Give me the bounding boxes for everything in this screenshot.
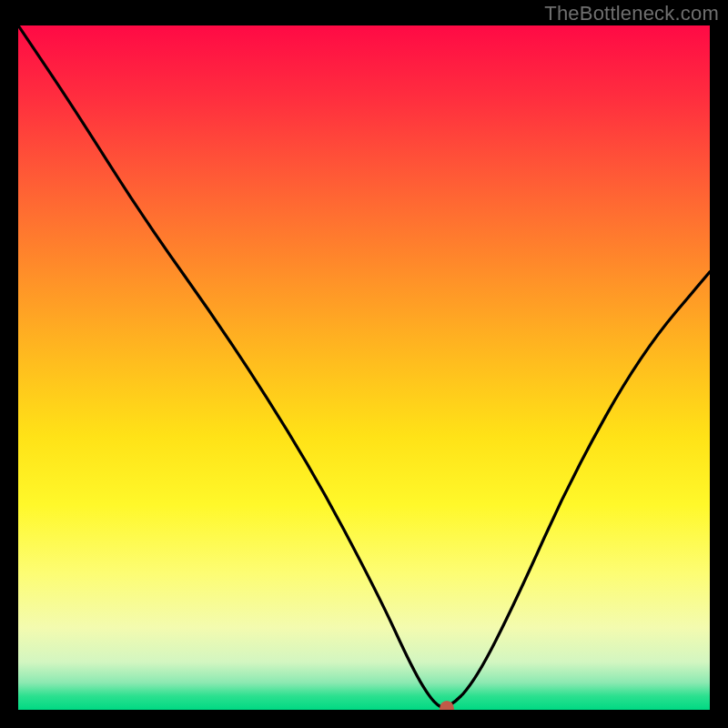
chart-frame: TheBottleneck.com [0,0,728,728]
bottleneck-curve [18,25,710,710]
curve-path [18,25,710,707]
watermark-text: TheBottleneck.com [544,2,719,25]
plot-area [18,25,710,710]
